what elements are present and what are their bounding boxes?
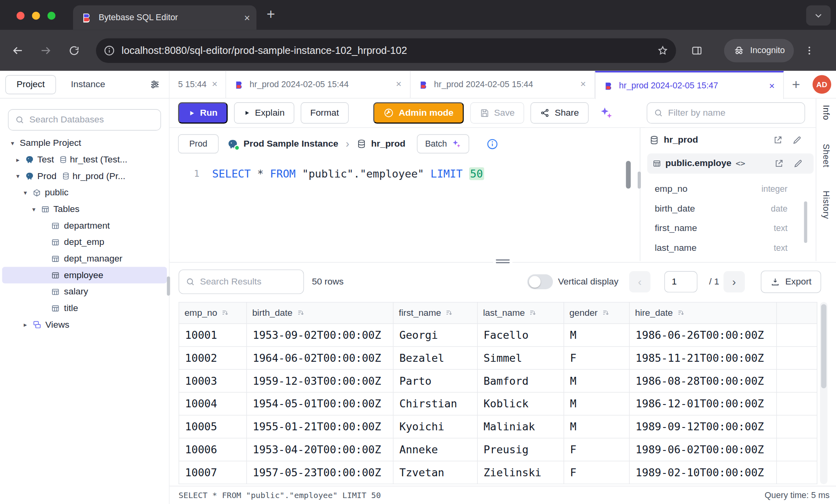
ai-assistant-button[interactable]: [595, 102, 617, 124]
close-icon[interactable]: ×: [580, 79, 586, 90]
result-cell[interactable]: Chirstian: [393, 392, 477, 415]
sql-editor[interactable]: 1 SELECT * FROM "public"."employee" LIMI…: [170, 160, 640, 259]
sidebar-resize-handle[interactable]: [167, 277, 170, 296]
column-row[interactable]: emp_no integer: [655, 179, 788, 199]
caret-down-icon[interactable]: ▾: [21, 189, 29, 197]
share-button[interactable]: Share: [531, 102, 589, 124]
result-cell[interactable]: M: [564, 324, 629, 347]
result-cell[interactable]: M: [564, 415, 629, 438]
tab-project[interactable]: Project: [5, 75, 56, 94]
external-link-icon[interactable]: [773, 135, 782, 145]
worksheet-tab-overflow[interactable]: 5 15:44 ×: [170, 71, 226, 98]
result-cell[interactable]: Koblick: [477, 392, 564, 415]
result-cell[interactable]: 1953-04-20T00:00:00Z: [247, 438, 393, 461]
address-bar[interactable]: localhost:8080/sql-editor/prod-sample-in…: [96, 38, 676, 63]
caret-down-icon[interactable]: ▾: [14, 172, 22, 180]
results-resize-handle[interactable]: [493, 258, 512, 264]
edit-pencil-icon[interactable]: [792, 135, 802, 145]
window-close-button[interactable]: [17, 12, 25, 20]
run-button[interactable]: Run: [178, 102, 228, 124]
tree-table-dept-emp[interactable]: dept_emp: [0, 234, 169, 250]
bookmark-star-icon[interactable]: [657, 44, 669, 56]
code-glyph-icon[interactable]: <>: [736, 159, 745, 168]
result-cell[interactable]: 10002: [179, 347, 247, 370]
result-cell[interactable]: 1985-11-21T00:00:00Z: [629, 347, 777, 370]
tree-table-employee-selected[interactable]: employee: [2, 267, 167, 284]
column-row[interactable]: first_name text: [655, 218, 788, 238]
result-cell[interactable]: 1989-09-12T00:00:00Z: [629, 415, 777, 438]
result-cell[interactable]: 1986-12-01T00:00:00Z: [629, 392, 777, 415]
rail-tab-history[interactable]: History: [821, 191, 831, 219]
environment-chip[interactable]: Prod: [178, 134, 219, 153]
connection-info-icon[interactable]: [486, 138, 499, 150]
close-icon[interactable]: ×: [212, 79, 217, 90]
edit-pencil-icon[interactable]: [793, 159, 803, 168]
user-avatar[interactable]: AD: [813, 75, 831, 94]
close-icon[interactable]: ×: [769, 80, 775, 91]
browser-tab[interactable]: Bytebase SQL Editor ×: [73, 5, 256, 30]
result-cell[interactable]: Bezalel: [393, 347, 477, 370]
result-cell[interactable]: Parto: [393, 369, 477, 392]
tab-instance[interactable]: Instance: [71, 79, 105, 90]
result-cell[interactable]: 10006: [179, 438, 247, 461]
result-cell[interactable]: Tzvetan: [393, 461, 477, 484]
column-header-gender[interactable]: gender: [564, 302, 629, 324]
result-cell[interactable]: F: [564, 461, 629, 484]
result-cell[interactable]: 1955-01-21T00:00:00Z: [247, 415, 393, 438]
result-cell[interactable]: 1989-06-02T00:00:00Z: [629, 438, 777, 461]
format-button[interactable]: Format: [301, 102, 349, 124]
browser-menu-icon[interactable]: [798, 39, 820, 61]
column-header-last-name[interactable]: last_name: [477, 302, 564, 324]
page-number-input[interactable]: [664, 271, 697, 292]
side-panel-icon[interactable]: [686, 39, 708, 61]
result-cell[interactable]: 10004: [179, 392, 247, 415]
prev-page-button[interactable]: ‹: [629, 271, 650, 292]
result-cell[interactable]: 1957-05-23T00:00:00Z: [247, 461, 393, 484]
tree-database-prod-row[interactable]: ▾ Prod hr_prod (Pr...: [0, 168, 169, 184]
external-link-icon[interactable]: [774, 159, 784, 168]
save-button[interactable]: Save: [470, 102, 524, 124]
admin-mode-button[interactable]: Admin mode: [373, 102, 464, 124]
result-cell[interactable]: M: [564, 369, 629, 392]
tree-table-title[interactable]: title: [0, 300, 169, 317]
schema-filter-input[interactable]: [668, 108, 798, 118]
caret-right-icon[interactable]: ▸: [21, 321, 29, 328]
database-search-input[interactable]: [29, 115, 154, 125]
caret-right-icon[interactable]: ▸: [14, 156, 22, 163]
result-cell[interactable]: Anneke: [393, 438, 477, 461]
column-header-first-name[interactable]: first_name: [393, 302, 477, 324]
results-search-input[interactable]: [200, 277, 297, 287]
next-page-button[interactable]: ›: [723, 271, 745, 292]
tree-tables-group-row[interactable]: ▾ Tables: [0, 201, 169, 218]
vertical-display-toggle[interactable]: [527, 274, 553, 289]
result-cell[interactable]: 1989-02-10T00:00:00Z: [629, 461, 777, 484]
tab-list-chevron-button[interactable]: [806, 5, 831, 25]
tree-table-department[interactable]: department: [0, 218, 169, 234]
new-worksheet-button[interactable]: +: [787, 71, 805, 98]
result-cell[interactable]: 10005: [179, 415, 247, 438]
column-header-emp-no[interactable]: emp_no: [179, 302, 247, 324]
tree-schema-row[interactable]: ▾ public: [0, 184, 169, 201]
result-cell[interactable]: F: [564, 438, 629, 461]
reload-button[interactable]: [63, 39, 85, 61]
result-cell[interactable]: Preusig: [477, 438, 564, 461]
result-cell[interactable]: 1954-05-01T00:00:00Z: [247, 392, 393, 415]
close-icon[interactable]: ×: [396, 79, 401, 90]
rail-tab-sheet[interactable]: Sheet: [821, 144, 831, 168]
tree-table-dept-manager[interactable]: dept_manager: [0, 250, 169, 267]
tree-views-group-row[interactable]: ▸ Views: [0, 317, 169, 333]
tab-close-icon[interactable]: ×: [244, 13, 250, 23]
result-cell[interactable]: Kyoichi: [393, 415, 477, 438]
column-header-birth-date[interactable]: birth_date: [247, 302, 393, 324]
batch-button[interactable]: Batch: [417, 134, 470, 153]
result-cell[interactable]: M: [564, 392, 629, 415]
result-cell[interactable]: 1986-08-28T00:00:00Z: [629, 369, 777, 392]
filter-settings-icon[interactable]: [149, 79, 160, 90]
column-header-hire-date[interactable]: hire_date: [629, 302, 777, 324]
result-cell[interactable]: 1959-12-03T00:00:00Z: [247, 369, 393, 392]
result-cell[interactable]: Simmel: [477, 347, 564, 370]
window-zoom-button[interactable]: [48, 12, 56, 20]
tree-database-test-row[interactable]: ▸ Test hr_test (Test...: [0, 151, 169, 168]
worksheet-tab-1[interactable]: hr_prod 2024-02-05 15:44 ×: [226, 71, 410, 98]
worksheet-tab-2[interactable]: hr_prod 2024-02-05 15:44 ×: [410, 71, 595, 98]
